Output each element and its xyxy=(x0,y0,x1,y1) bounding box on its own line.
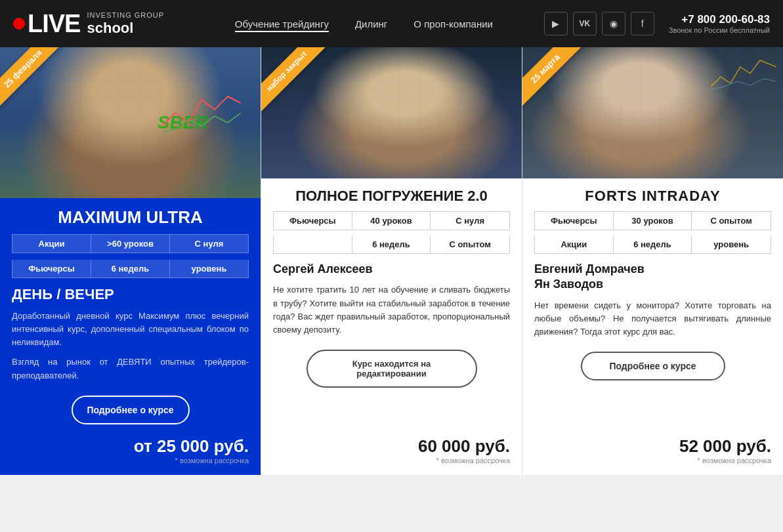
card3-title: FORTS INTRADAY xyxy=(534,188,771,205)
card1-price-sub: * возможна рассрочка xyxy=(12,457,249,464)
card2-stat1: Фьючерсы xyxy=(274,212,352,230)
site-header: LIVE INVESTING GROUP school Обучение тре… xyxy=(0,0,783,47)
header-right: ▶ VK ◉ f +7 800 200-60-83 Звонок по Росс… xyxy=(544,12,770,35)
card2-price: 60 000 руб. xyxy=(273,436,510,457)
card3-stats-row2: Акции 6 недель уровень xyxy=(534,235,771,254)
phone-sub: Звонок по России бесплатный xyxy=(669,26,770,34)
card-polnoe-pogruzhenie: набор закрыт ПОЛНОЕ ПОГРУЖЕНИЕ 2.0 Фьюче… xyxy=(261,47,522,475)
logo-dot xyxy=(13,18,25,30)
card1-desc2: Взгляд на рынок от ДЕВЯТИ опытных трейде… xyxy=(12,356,249,382)
main-content: SBER 25 февраля MAXIMUM ULTRA Акции >60 … xyxy=(0,47,783,475)
card1-desc1: Доработанный дневной курс Максимум плюс … xyxy=(12,310,249,349)
card2-stat6: С опытом xyxy=(431,235,509,253)
facebook-icon[interactable]: f xyxy=(631,12,654,35)
card2-desc: Не хотите тратить 10 лет на обучение и с… xyxy=(273,283,510,337)
logo-right: INVESTING GROUP school xyxy=(87,11,164,35)
card1-stat5: 6 недель xyxy=(91,260,170,277)
card1-stat2: >60 уроков xyxy=(91,235,170,253)
card3-btn[interactable]: Подробнее о курсе xyxy=(581,352,725,380)
logo-live: LIVE xyxy=(13,11,80,36)
card2-price-block: 60 000 руб. * возможна рассрочка xyxy=(273,431,510,464)
card1-stats-row2: Фьючерсы 6 недель уровень xyxy=(12,260,249,278)
card2-stat2: 40 уроков xyxy=(352,212,431,230)
card1-stat4: Фьючерсы xyxy=(12,260,91,277)
phone-number: +7 800 200-60-83 xyxy=(669,13,770,26)
card3-price-sub: * возможна рассрочка xyxy=(534,457,771,464)
logo-school: school xyxy=(87,20,164,36)
card3-photo xyxy=(522,47,783,178)
card2-author: Сергей Алексеев xyxy=(273,262,510,277)
card2-price-sub: * возможна рассрочка xyxy=(273,457,510,464)
card3-body: FORTS INTRADAY Фьючерсы 30 уроков С опыт… xyxy=(522,178,783,475)
card3-stat2: 30 уроков xyxy=(614,212,692,230)
logo-live-text: LIVE xyxy=(28,11,80,36)
card2-stat3: С нуля xyxy=(431,212,509,230)
card1-body: MAXIMUM ULTRA Акции >60 уроков С нуля Фь… xyxy=(0,198,261,475)
card2-stats-row2: 6 недель С опытом xyxy=(273,235,510,254)
card3-author: Евгений Домрачев Ян Заводов xyxy=(534,262,771,293)
card2-stat5: 6 недель xyxy=(352,235,431,253)
card3-stat6: уровень xyxy=(692,235,771,253)
nav-item-prop[interactable]: О проп-компании xyxy=(413,18,493,30)
card2-body: ПОЛНОЕ ПОГРУЖЕНИЕ 2.0 Фьючерсы 40 уроков… xyxy=(261,178,522,475)
logo-investing-group: INVESTING GROUP xyxy=(87,11,164,20)
instagram-icon[interactable]: ◉ xyxy=(602,12,625,35)
card3-price-block: 52 000 руб. * возможна рассрочка xyxy=(534,431,771,464)
card2-btn[interactable]: Курс находится на редактировании xyxy=(307,350,477,388)
card1-subtitle: ДЕНЬ / ВЕЧЕР xyxy=(12,286,249,303)
card3-stat5: 6 недель xyxy=(614,235,692,253)
nav-item-diling[interactable]: Дилинг xyxy=(355,18,387,30)
card1-stats-row1: Акции >60 уроков С нуля xyxy=(12,234,249,253)
youtube-icon[interactable]: ▶ xyxy=(544,12,568,35)
phone-block: +7 800 200-60-83 Звонок по России беспла… xyxy=(669,13,770,34)
card1-stat1: Акции xyxy=(12,235,91,253)
social-icons: ▶ VK ◉ f xyxy=(544,12,654,35)
card3-price: 52 000 руб. xyxy=(534,436,771,457)
card1-photo: SBER xyxy=(0,47,261,198)
card2-title: ПОЛНОЕ ПОГРУЖЕНИЕ 2.0 xyxy=(273,188,510,205)
card1-price-block: от 25 000 руб. * возможна рассрочка xyxy=(12,431,249,464)
card2-stats-row1: Фьючерсы 40 уроков С нуля xyxy=(273,211,510,230)
vk-icon[interactable]: VK xyxy=(573,12,597,35)
card3-stat4: Акции xyxy=(535,235,614,253)
card2-stat4 xyxy=(274,235,352,253)
card1-stat3: С нуля xyxy=(170,235,248,253)
card1-stat6: уровень xyxy=(170,260,248,277)
card3-image: 25 марта xyxy=(522,47,783,178)
card1-price: от 25 000 руб. xyxy=(12,436,249,457)
card3-stats-row1: Фьючерсы 30 уроков С опытом xyxy=(534,211,771,230)
card-maximum-ultra: SBER 25 февраля MAXIMUM ULTRA Акции >60 … xyxy=(0,47,261,475)
card-forts-intraday: 25 марта FORTS INTRADAY Фьючерсы 30 урок… xyxy=(522,47,783,475)
card2-image: набор закрыт xyxy=(261,47,522,178)
card3-stat1: Фьючерсы xyxy=(535,212,614,230)
logo-area: LIVE INVESTING GROUP school xyxy=(13,11,184,36)
nav-item-obuchenie[interactable]: Обучение трейдингу xyxy=(235,18,329,30)
card3-stat3: С опытом xyxy=(692,212,771,230)
card1-btn[interactable]: Подробнее о курсе xyxy=(72,396,190,424)
card3-desc: Нет времени сидеть у монитора? Хотите то… xyxy=(534,299,771,338)
card1-image: SBER 25 февраля xyxy=(0,47,261,198)
main-nav: Обучение трейдингу Дилинг О проп-компани… xyxy=(184,18,544,30)
card1-title: MAXIMUM ULTRA xyxy=(12,207,249,228)
